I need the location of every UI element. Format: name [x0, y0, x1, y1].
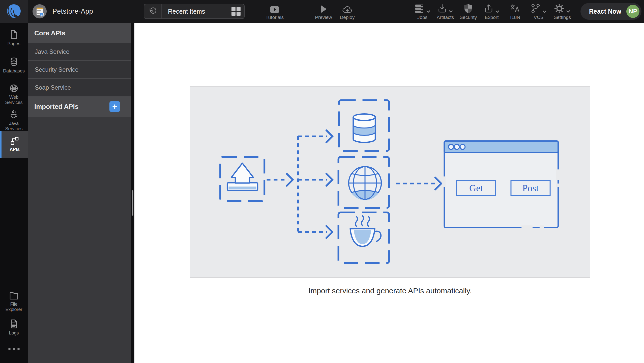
- deploy-label: Deploy: [340, 15, 355, 20]
- panel-item-label: Security Service: [35, 66, 78, 73]
- export-label: Export: [485, 15, 499, 20]
- sidebar-item-databases[interactable]: Databases: [0, 57, 28, 74]
- settings-label: Settings: [554, 15, 571, 20]
- security-icon: [463, 4, 473, 14]
- core-apis-title: Core APIs: [34, 29, 65, 37]
- pages-icon: [9, 30, 18, 39]
- vcs-label: VCS: [534, 15, 543, 20]
- panel-item-label: Soap Service: [35, 84, 71, 91]
- menu-settings[interactable]: Settings: [554, 0, 571, 23]
- sidebar-item-label: Java Services: [2, 121, 25, 132]
- web-service-box: [338, 157, 389, 208]
- top-bar: Petstore-App Recent Items: [0, 0, 644, 23]
- app-title: Petstore-App: [52, 8, 93, 15]
- panel-item-label: Java Service: [35, 48, 69, 55]
- history-icon: [144, 4, 162, 18]
- imported-apis-title: Imported APIs: [34, 103, 78, 111]
- add-imported-api-button[interactable]: +: [109, 101, 120, 112]
- jobs-icon: [414, 4, 424, 14]
- export-icon: [484, 4, 493, 14]
- sidebar-item-label: APIs: [10, 147, 20, 152]
- gear-icon: [554, 4, 564, 14]
- menu-artifacts[interactable]: Artifacts: [437, 0, 454, 23]
- sidebar-item-label: Databases: [3, 68, 25, 74]
- diagram-svg: Get Post: [190, 87, 590, 277]
- sidebar-item-label: Web Services: [2, 95, 25, 105]
- tutorials-icon: [270, 3, 280, 14]
- i18n-label: I18N: [510, 15, 520, 20]
- jobs-label: Jobs: [417, 15, 427, 20]
- app-chip: Petstore-App: [32, 0, 93, 23]
- deploy-icon: [342, 3, 353, 14]
- menu-security[interactable]: Security: [460, 0, 477, 23]
- recent-items-label: Recent Items: [162, 8, 231, 15]
- menu-i18n[interactable]: I18N: [510, 0, 520, 23]
- apis-panel: Core APIs Java Service Security Service …: [28, 23, 131, 363]
- upload-box: [220, 157, 265, 201]
- panel-scrollbar: [131, 23, 134, 363]
- wavemaker-ide: Petstore-App Recent Items: [0, 0, 644, 363]
- artifacts-icon: [437, 4, 447, 14]
- sidebar-item-label: Pages: [7, 41, 20, 46]
- chevron-down-icon: [449, 10, 453, 13]
- imported-apis-header: Imported APIs +: [28, 97, 131, 117]
- preview-label: Preview: [315, 15, 332, 20]
- sidebar-item-apis[interactable]: APIs: [0, 131, 28, 158]
- react-now-label: React Now: [589, 8, 621, 15]
- import-services-illustration: Get Post: [190, 86, 590, 278]
- deploy-button[interactable]: Deploy: [340, 0, 355, 23]
- artifacts-label: Artifacts: [437, 15, 454, 20]
- java-service-box: [338, 212, 389, 263]
- menu-vcs[interactable]: VCS: [531, 0, 547, 23]
- panel-item-java-service[interactable]: Java Service: [28, 43, 131, 61]
- vcs-branch-icon: [531, 4, 541, 14]
- tutorials-button[interactable]: Tutorials: [266, 0, 284, 23]
- preview-button[interactable]: Preview: [315, 0, 332, 23]
- security-label: Security: [460, 15, 477, 20]
- sidebar-item-logs[interactable]: Logs: [0, 319, 28, 336]
- user-avatar[interactable]: NP: [626, 5, 639, 18]
- database-box: [339, 100, 389, 151]
- database-icon: [9, 57, 18, 67]
- diagram-caption: Import services and generate APIs automa…: [190, 287, 590, 295]
- menu-jobs[interactable]: Jobs: [414, 0, 430, 23]
- chevron-down-icon: [426, 10, 430, 13]
- window-dots: [449, 144, 465, 149]
- i18n-translate-icon: [510, 4, 520, 14]
- core-apis-header: Core APIs: [28, 23, 131, 43]
- panel-item-soap-service[interactable]: Soap Service: [28, 79, 131, 97]
- coffee-cup-icon: [9, 110, 19, 119]
- panel-scrollbar-thumb[interactable]: [132, 190, 133, 216]
- apis-icon: [10, 136, 19, 145]
- react-now-button[interactable]: React Now NP: [580, 3, 641, 20]
- sidebar-item-web-services[interactable]: Web Services: [0, 84, 28, 105]
- recent-items-dropdown[interactable]: Recent Items: [144, 4, 245, 19]
- tutorials-label: Tutorials: [266, 15, 284, 20]
- api-window: Get Post: [442, 141, 560, 229]
- panel-item-security-service[interactable]: Security Service: [28, 61, 131, 79]
- log-file-icon: [9, 319, 18, 329]
- sidebar-item-java-services[interactable]: Java Services: [0, 110, 28, 132]
- get-label: Get: [469, 183, 483, 193]
- icon-sidebar: Pages Databases Web Services: [0, 23, 28, 363]
- chevron-down-icon: [566, 10, 570, 13]
- main-content: Get Post Import services and generate AP…: [134, 23, 644, 363]
- sidebar-item-pages[interactable]: Pages: [0, 30, 28, 46]
- menu-export[interactable]: Export: [484, 0, 500, 23]
- chevron-down-icon: [542, 10, 547, 13]
- sidebar-item-label: Logs: [9, 330, 19, 336]
- grid-view-icon[interactable]: [231, 7, 241, 16]
- sidebar-item-file-explorer[interactable]: File Explorer: [0, 291, 28, 312]
- preview-icon: [319, 3, 328, 14]
- more-options-ellipsis[interactable]: [0, 348, 28, 350]
- chevron-down-icon: [495, 10, 500, 13]
- sidebar-item-label: File Explorer: [2, 302, 25, 312]
- globe-icon: [9, 84, 18, 93]
- wavemaker-logo[interactable]: [0, 0, 28, 23]
- app-icon[interactable]: [32, 4, 47, 19]
- folder-icon: [9, 291, 19, 300]
- wave-logo-icon: [6, 4, 22, 19]
- post-label: Post: [522, 183, 539, 193]
